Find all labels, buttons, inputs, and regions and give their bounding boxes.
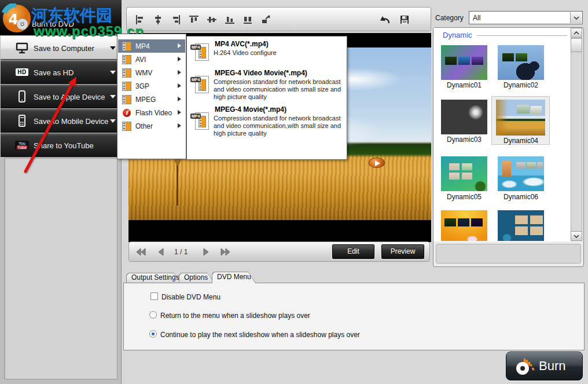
template-thumbnail-dynamic04[interactable] — [496, 100, 545, 136]
computer-icon — [14, 42, 30, 54]
tab-dvd-menu[interactable]: DVD Menu — [212, 272, 256, 283]
menu-item-mpeg[interactable]: MPEG — [118, 93, 185, 106]
template-thumbnail-dynamic01[interactable] — [441, 45, 487, 80]
sidebar-item-save-to-mobile-device[interactable]: Save to Mobile Device — [1, 109, 120, 133]
preview-button[interactable]: Preview — [381, 244, 424, 259]
return-to-menu-radio[interactable] — [149, 311, 157, 319]
menu-item-wmv[interactable]: WMV — [118, 66, 185, 79]
mp4-file-icon: MP4 — [190, 43, 211, 63]
template-thumbnail-dynamic05[interactable] — [441, 156, 487, 191]
last-slide-icon[interactable] — [219, 246, 231, 258]
template-label: Dynamic03 — [436, 136, 492, 144]
video-file-icon — [122, 68, 131, 78]
alignment-toolbar — [126, 7, 431, 31]
radio-selected-dot — [152, 332, 155, 335]
menu-item-avi[interactable]: AVI — [118, 53, 185, 66]
template-label: Dynamic04 — [493, 137, 549, 145]
return-to-menu-label[interactable]: Return to the menu when a slideshow play… — [160, 312, 310, 320]
disable-dvd-menu-checkbox[interactable] — [150, 292, 158, 300]
align-center-horizontal-icon[interactable] — [150, 12, 166, 27]
template-label: Dynamic05 — [436, 193, 492, 201]
burn-button-label: Burn — [539, 359, 565, 374]
submenu-item-mpeg4-movie[interactable]: MP4 MPEG-4 Movie(*.mp4) Compression stan… — [189, 105, 344, 140]
mp4-file-icon: MP4 — [190, 76, 211, 96]
app-header: 4 Burn to DVD — [0, 0, 122, 35]
menu-item-other[interactable]: Other — [118, 119, 185, 133]
template-thumbnail-dynamic06[interactable] — [498, 156, 544, 191]
sidebar-item-save-to-apple-device[interactable]: Save to Apple Device — [1, 85, 120, 108]
save-icon[interactable] — [397, 12, 412, 27]
distribute-horizontal-icon[interactable] — [240, 12, 255, 27]
chevron-down-icon — [110, 119, 116, 123]
sidebar-empty-panel — [4, 158, 117, 379]
disable-dvd-menu-label[interactable]: Disable DVD Menu — [161, 293, 220, 301]
template-thumbnail-partial-1[interactable] — [441, 210, 487, 241]
template-label: Dynamic06 — [493, 193, 549, 201]
menu-item-3gp[interactable]: 3GP — [118, 79, 185, 93]
video-file-icon — [122, 82, 131, 91]
youtube-icon: YouTube — [14, 139, 30, 152]
play-icon — [375, 160, 380, 166]
submenu-arrow-icon — [178, 57, 181, 61]
undo-icon[interactable] — [378, 12, 393, 27]
sidebar-item-label: Save to Mobile Device — [34, 116, 108, 125]
submenu-arrow-icon — [178, 110, 181, 115]
sidebar-item-share-to-youtube[interactable]: YouTube Share to YouTube — [1, 133, 120, 157]
sidebar-item-save-as-hd[interactable]: HD Save as HD — [1, 60, 120, 84]
scrollbar-thumb[interactable] — [571, 38, 582, 52]
category-label: Category — [435, 14, 464, 22]
align-bottom-icon[interactable] — [222, 12, 237, 27]
app-logo-icon: 4 — [2, 3, 32, 34]
distribute-vertical-icon[interactable] — [258, 12, 273, 27]
scrollbar-down-icon[interactable] — [571, 231, 582, 241]
align-middle-vertical-icon[interactable] — [204, 12, 219, 27]
play-button[interactable] — [369, 158, 385, 168]
video-file-icon — [122, 55, 131, 64]
template-thumbnail-partial-2[interactable] — [498, 210, 544, 241]
align-top-icon[interactable] — [186, 12, 201, 27]
dvd-menu-tab-panel: Disable DVD Menu Return to the menu when… — [123, 283, 585, 350]
template-panel-footer — [436, 244, 581, 264]
format-menu: MP4 AVI WMV 3GP MPEG f Flash Video Other — [117, 34, 186, 159]
menu-item-mp4[interactable]: MP4 — [118, 39, 185, 53]
scrollbar-track[interactable] — [571, 28, 582, 241]
video-file-icon — [122, 95, 131, 104]
submenu-arrow-icon — [178, 83, 181, 88]
chevron-down-icon — [110, 95, 116, 98]
dropdown-arrow-icon[interactable] — [570, 12, 582, 23]
sidebar: 4 Burn to DVD Save to Computer HD Save a… — [0, 0, 122, 384]
align-left-icon[interactable] — [133, 12, 148, 27]
mobile-device-icon — [14, 115, 30, 127]
first-slide-icon[interactable] — [135, 246, 148, 258]
next-slide-icon[interactable] — [200, 246, 212, 258]
preview-control-bar: 1 / 1 Edit Preview — [128, 242, 430, 262]
flash-video-icon: f — [123, 109, 131, 117]
submenu-item-mpeg4-video-movie[interactable]: MP4 MPEG-4 Video Movie(*.mp4) Compressio… — [189, 69, 344, 104]
burn-disc-flame-icon — [514, 358, 535, 375]
template-thumbnail-dynamic03[interactable] — [441, 100, 487, 134]
template-section-title: Dynamic — [443, 31, 477, 39]
category-dropdown[interactable]: All — [469, 11, 583, 24]
burn-button[interactable]: Burn — [506, 352, 583, 381]
template-label: Dynamic01 — [436, 81, 492, 89]
sidebar-item-label: Share to YouTube — [34, 141, 94, 149]
video-file-icon — [122, 122, 131, 131]
page-indicator: 1 / 1 — [174, 248, 188, 256]
template-label: Dynamic02 — [493, 81, 549, 89]
sidebar-item-label: Save to Apple Device — [34, 92, 105, 101]
edit-button[interactable]: Edit — [332, 244, 374, 259]
apple-device-icon — [14, 90, 30, 103]
continue-play-radio[interactable] — [149, 330, 157, 338]
tab-output-settings[interactable]: Output Settings — [126, 273, 181, 283]
menu-item-flash-video[interactable]: f Flash Video — [118, 106, 185, 119]
video-file-icon — [122, 42, 131, 51]
previous-slide-icon[interactable] — [155, 246, 167, 258]
submenu-item-mp4-avc[interactable]: MP4 MP4 AVC(*.mp4) H.264 Video configure — [189, 40, 344, 68]
continue-play-label[interactable]: Continue to play the next slideshow when… — [160, 331, 360, 339]
align-right-icon[interactable] — [168, 12, 183, 27]
sidebar-item-save-to-computer[interactable]: Save to Computer — [1, 36, 120, 60]
chevron-down-icon — [110, 46, 116, 50]
scrollbar-up-icon[interactable] — [571, 28, 582, 38]
template-thumbnail-dynamic02[interactable] — [498, 45, 544, 80]
tab-options[interactable]: Options — [179, 273, 215, 283]
